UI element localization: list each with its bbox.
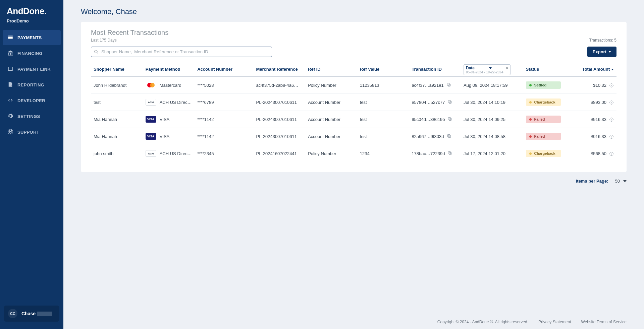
info-icon[interactable] bbox=[607, 151, 614, 156]
chevron-down-icon bbox=[623, 180, 627, 182]
col-shopper[interactable]: Shopper Name bbox=[91, 63, 143, 77]
table-row[interactable]: Mia HannahVISAVISA****1142PL-20243007010… bbox=[91, 111, 616, 128]
col-payment-method[interactable]: Payment Method bbox=[143, 63, 195, 77]
nav-list: PAYMENTSFINANCINGPAYMENT LINKREPORTINGDE… bbox=[0, 29, 63, 140]
cell-date: Aug 09, 2024 18:17:59 bbox=[461, 77, 523, 94]
sidebar: AndDone. ProdDemo PAYMENTSFINANCINGPAYME… bbox=[0, 0, 63, 329]
copy-icon[interactable] bbox=[447, 117, 452, 122]
terms-link[interactable]: Website Terms of Service bbox=[581, 320, 627, 324]
info-icon[interactable] bbox=[607, 100, 614, 105]
code-icon bbox=[7, 97, 13, 104]
copy-icon[interactable] bbox=[447, 134, 451, 139]
info-icon[interactable] bbox=[607, 117, 614, 122]
cell-shopper: test bbox=[91, 94, 143, 111]
cell-txid: e57804…527c77 bbox=[409, 94, 461, 111]
copy-icon[interactable] bbox=[446, 82, 451, 88]
cell-amount: $916.33 bbox=[572, 128, 616, 145]
svg-rect-3 bbox=[449, 101, 451, 103]
sort-desc-icon bbox=[611, 69, 614, 70]
info-icon[interactable] bbox=[607, 134, 614, 139]
col-ref-value[interactable]: Ref Value bbox=[357, 63, 409, 77]
cell-payment-method: VISAVISA bbox=[143, 128, 195, 145]
cell-merchant-ref: PL-20243007010611 bbox=[254, 128, 306, 145]
cell-ref-id: Account Number bbox=[305, 111, 357, 128]
status-badge: Failed bbox=[526, 116, 561, 123]
search-icon bbox=[94, 50, 99, 54]
cell-merchant-ref: PL-20243007010611 bbox=[254, 111, 306, 128]
col-transaction-id[interactable]: Transaction ID bbox=[409, 63, 461, 77]
cell-merchant-ref: ac4f375d-2ab8-4a6… bbox=[254, 77, 306, 94]
main: Welcome, Chase Most Recent Transactions … bbox=[63, 0, 644, 329]
cell-payment-method: ACHACH US Direc… bbox=[143, 145, 195, 162]
card-subtitle: Last 175 Days bbox=[91, 38, 168, 43]
info-icon[interactable] bbox=[607, 82, 614, 88]
cell-date: Jul 30, 2024 14:10:19 bbox=[461, 94, 523, 111]
visa-icon: VISA bbox=[146, 116, 156, 123]
cell-payment-method: VISAVISA bbox=[143, 111, 195, 128]
sidebar-item-payment-link[interactable]: PAYMENT LINK bbox=[3, 62, 61, 77]
svg-rect-12 bbox=[449, 152, 451, 154]
cell-shopper: john smith bbox=[91, 145, 143, 162]
table-row[interactable]: John HildebrandtMastercard****5028ac4f37… bbox=[91, 77, 616, 94]
chevron-down-icon bbox=[489, 67, 492, 69]
svg-rect-13 bbox=[448, 151, 451, 154]
sidebar-item-settings[interactable]: SETTINGS bbox=[3, 109, 61, 124]
date-filter[interactable]: Date × 05-01-2024 - 10-22-2024 bbox=[464, 64, 511, 75]
nav-label: SUPPORT bbox=[17, 130, 39, 135]
sidebar-item-payments[interactable]: PAYMENTS bbox=[3, 30, 61, 45]
cell-account: ****2345 bbox=[195, 145, 253, 162]
svg-rect-7 bbox=[448, 117, 451, 120]
bank-icon bbox=[7, 50, 13, 57]
copy-icon[interactable] bbox=[447, 151, 452, 156]
cell-payment-method: ACHACH US Direc… bbox=[143, 94, 195, 111]
sidebar-item-financing[interactable]: FINANCING bbox=[3, 46, 61, 61]
col-ref-id[interactable]: Ref ID bbox=[305, 63, 357, 77]
cell-ref-value: 1234 bbox=[357, 145, 409, 162]
sidebar-item-reporting[interactable]: REPORTING bbox=[3, 77, 61, 92]
link-icon bbox=[7, 66, 13, 73]
search-input[interactable] bbox=[91, 47, 272, 57]
svg-rect-4 bbox=[448, 100, 451, 103]
col-merchant-reference[interactable]: Merchant Reference bbox=[254, 63, 306, 77]
cell-ref-id: Policy Number bbox=[305, 77, 357, 94]
sidebar-item-developer[interactable]: DEVELOPER bbox=[3, 93, 61, 108]
table-row[interactable]: testACHACH US Direc…****6789PL-202430070… bbox=[91, 94, 616, 111]
export-button[interactable]: Export bbox=[587, 47, 616, 57]
avatar: CC bbox=[8, 309, 17, 318]
sidebar-item-support[interactable]: SUPPORT bbox=[3, 125, 61, 140]
page-title: Welcome, Chase bbox=[63, 0, 644, 22]
nav-label: SETTINGS bbox=[17, 114, 40, 119]
close-icon[interactable]: × bbox=[506, 66, 508, 70]
col-date[interactable]: Date × 05-01-2024 - 10-22-2024 bbox=[461, 63, 523, 77]
cell-account: ****1142 bbox=[195, 111, 253, 128]
chevron-down-icon bbox=[608, 51, 611, 53]
user-chip[interactable]: CC Chase bbox=[4, 306, 59, 322]
status-badge: Chargeback bbox=[526, 150, 561, 157]
cell-ref-value: test bbox=[357, 128, 409, 145]
cell-ref-id: Account Number bbox=[305, 128, 357, 145]
col-status[interactable]: Status bbox=[523, 63, 572, 77]
privacy-link[interactable]: Privacy Statement bbox=[538, 320, 571, 324]
report-icon bbox=[7, 81, 13, 88]
cell-status: Settled bbox=[523, 77, 572, 94]
col-account-number[interactable]: Account Number bbox=[195, 63, 253, 77]
pager-label: Items per Page: bbox=[576, 179, 608, 184]
cell-account: ****6789 bbox=[195, 94, 253, 111]
copyright: Copyright © 2024 - AndDone ®. All rights… bbox=[437, 320, 528, 324]
pager-value[interactable]: 50 bbox=[615, 179, 627, 184]
nav-label: DEVELOPER bbox=[17, 98, 45, 103]
table-row[interactable]: john smithACHACH US Direc…****2345PL-202… bbox=[91, 145, 616, 162]
cell-status: Failed bbox=[523, 111, 572, 128]
mastercard-icon bbox=[146, 82, 156, 88]
cell-status: Chargeback bbox=[523, 94, 572, 111]
col-total[interactable]: Total Amount bbox=[572, 63, 616, 77]
cell-ref-id: Policy Number bbox=[305, 145, 357, 162]
cell-ref-value: test bbox=[357, 94, 409, 111]
transactions-table: Shopper Name Payment Method Account Numb… bbox=[91, 63, 616, 162]
copy-icon[interactable] bbox=[447, 100, 452, 105]
user-redacted bbox=[37, 312, 52, 316]
status-badge: Chargeback bbox=[526, 98, 561, 106]
cell-status: Chargeback bbox=[523, 145, 572, 162]
ach-icon: ACH bbox=[146, 99, 156, 106]
table-row[interactable]: Mia HannahVISAVISA****1142PL-20243007010… bbox=[91, 128, 616, 145]
